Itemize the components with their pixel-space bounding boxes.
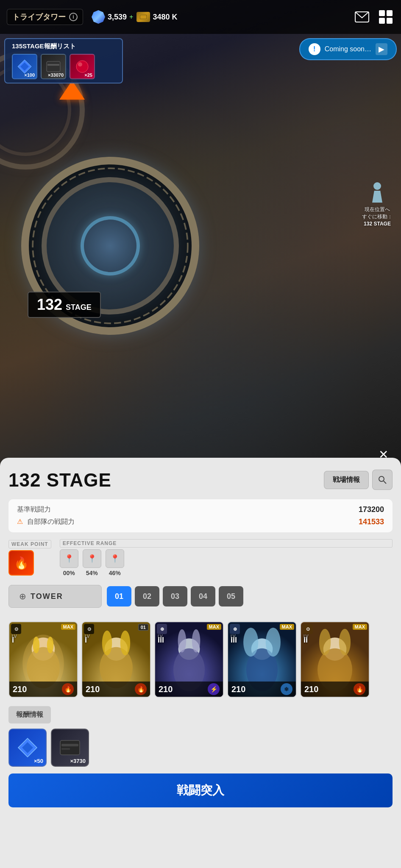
squad-tab-04[interactable]: 04 (191, 586, 215, 606)
char-card-4[interactable]: MAX ⊕ III LV 210 ❄ (227, 621, 297, 698)
stage-circle-container[interactable]: 132 STAGE (21, 157, 199, 335)
svg-rect-1 (140, 15, 146, 19)
mail-button[interactable] (354, 8, 370, 25)
crystal-currency: 3,539 + (92, 10, 133, 24)
svg-rect-51 (60, 740, 80, 755)
char4-badge: MAX (280, 624, 294, 630)
rewards-title: 135STAGE報酬リスト (12, 42, 115, 50)
range-value-0: 00% (63, 570, 75, 576)
crystal-plus: + (129, 13, 133, 21)
person-body (372, 191, 382, 203)
stage-word: STAGE (66, 303, 92, 312)
weak-point-section: WEAK POINT 🔥 (8, 540, 51, 576)
battlefield-info-button[interactable]: 戦場情報 (324, 471, 369, 489)
effective-range-section: EFFECTIVE RANGE 📍 00% 📍 54% 📍 46% (60, 539, 393, 576)
char2-class: ⊙ (84, 624, 94, 634)
close-button[interactable]: ✕ (374, 445, 393, 464)
gold-currency: 3480 K (136, 12, 177, 22)
search-button[interactable] (372, 470, 393, 490)
position-indicator[interactable]: 現在位置へ すぐに移動： 132 STAGE (362, 182, 393, 227)
svg-point-28 (47, 637, 54, 653)
char-card-3[interactable]: MAX ⊕ III LV 210 ⚡ (154, 621, 224, 698)
stage-number: 132 (37, 296, 62, 314)
svg-point-11 (76, 61, 88, 72)
top-navigation: トライブタワー i 3,539 + 3480 K (0, 0, 401, 34)
tower-button[interactable]: ⊕ TOWER (8, 585, 102, 608)
battle-button[interactable]: 戦闘突入 (8, 773, 393, 807)
coming-soon-banner[interactable]: ! Coming soon… ▶ (299, 38, 397, 60)
svg-rect-6 (387, 18, 393, 24)
weak-point-label: WEAK POINT (8, 540, 51, 548)
own-power-line: ⚠ 自部隊の戦闘力 141533 (17, 517, 384, 526)
reward-lg-count-1: ×3730 (70, 758, 86, 764)
crystal-icon (92, 10, 105, 24)
char4-bottom: 210 ❄ (228, 682, 296, 697)
grid-button[interactable] (377, 8, 394, 25)
nav-icons-right (354, 8, 394, 25)
char2-level: 210 (86, 684, 100, 694)
effective-range-label: EFFECTIVE RANGE (60, 539, 393, 548)
panel-title-area: 132 STAGE (8, 470, 111, 491)
range-value-1: 54% (86, 570, 98, 576)
rewards-items-list: ×100 ×33070 ×25 (12, 54, 115, 79)
tower-label: TOWER (31, 592, 63, 601)
char4-level: 210 (231, 684, 245, 694)
rewards-banner[interactable]: 135STAGE報酬リスト ×100 ×33070 ×25 (4, 38, 123, 83)
svg-rect-10 (47, 64, 59, 66)
characters-row: MAX ⊙ I LV 210 🔥 (8, 621, 393, 698)
own-power-value: 141533 (359, 517, 384, 526)
svg-point-27 (33, 637, 40, 653)
info-icon[interactable]: i (69, 13, 78, 21)
range-icon-1: 📍 (83, 549, 101, 568)
fire-icon-badge: 🔥 (8, 550, 34, 576)
nav-title-area[interactable]: トライブタワー i (7, 9, 83, 25)
char-card-2[interactable]: 01 ⊙ I LV 210 🔥 (81, 621, 151, 698)
crystal-value: 3,539 (108, 13, 127, 22)
svg-rect-3 (379, 10, 385, 16)
person-icon (369, 182, 386, 203)
stats-row: 基準戦闘力 173200 ⚠ 自部隊の戦闘力 141533 (8, 499, 393, 532)
svg-point-12 (78, 62, 82, 67)
squad-tab-02[interactable]: 02 (135, 586, 159, 606)
warning-icon: ⚠ (17, 518, 23, 525)
tower-icon: ⊕ (19, 591, 26, 601)
range-item-1: 📍 54% (83, 549, 101, 576)
reward-lg-1: ×3730 (51, 729, 89, 767)
coming-soon-arrow-icon[interactable]: ▶ (376, 43, 387, 55)
panel-right-header: 戦場情報 (324, 470, 393, 490)
squad-tab-05[interactable]: 05 (219, 586, 243, 606)
svg-point-48 (339, 629, 351, 655)
range-icon-2: 📍 (106, 549, 124, 568)
reward-item-1: ×33070 (41, 54, 66, 79)
reward-item-0: ×100 (12, 54, 37, 79)
char5-element: 🔥 (354, 683, 365, 695)
range-value-2: 46% (109, 570, 121, 576)
reward-lg-count-0: ×50 (34, 758, 43, 764)
range-item-0: 📍 00% (60, 549, 78, 576)
char1-badge: MAX (61, 624, 75, 630)
reward-count-2: ×25 (84, 72, 92, 78)
base-power-label: 基準戦闘力 (17, 505, 51, 514)
reward-lg-0: ×50 (8, 729, 47, 767)
reward-count-0: ×100 (24, 72, 35, 78)
char5-level: 210 (304, 684, 318, 694)
tower-tabs-row: ⊕ TOWER 01 02 03 04 05 (8, 585, 393, 615)
range-items: 📍 00% 📍 54% 📍 46% (60, 549, 393, 576)
nav-title: トライブタワー (12, 12, 66, 22)
svg-rect-4 (387, 10, 393, 16)
char-card-1[interactable]: MAX ⊙ I LV 210 🔥 (8, 621, 78, 698)
char4-lv-label: LV (231, 634, 236, 639)
squad-tab-01[interactable]: 01 (107, 586, 131, 606)
coming-soon-icon: ! (309, 43, 320, 55)
range-icon-0: 📍 (60, 549, 78, 568)
char-card-5[interactable]: MAX ⊙ II LV 210 🔥 (300, 621, 370, 698)
panel-stage-title: 132 STAGE (8, 470, 111, 491)
stage-label: 132 STAGE (28, 292, 101, 318)
svg-point-43 (266, 628, 281, 657)
squad-tab-03[interactable]: 03 (163, 586, 187, 606)
gold-value: 3480 K (153, 13, 177, 22)
char1-lv-label: LV (12, 634, 17, 639)
char3-badge: MAX (207, 624, 221, 630)
char2-badge: 01 (138, 624, 148, 631)
svg-line-22 (384, 481, 386, 484)
